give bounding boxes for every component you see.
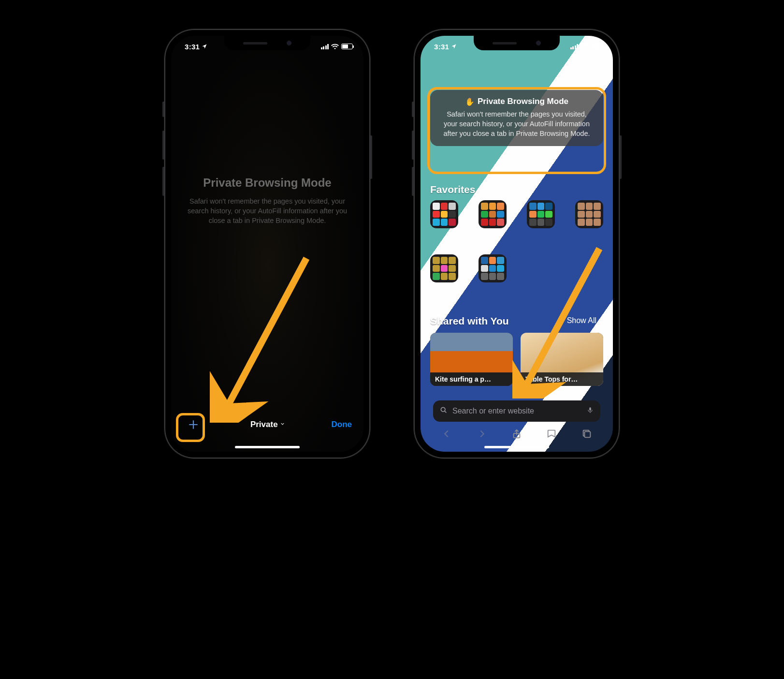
notch — [224, 36, 310, 50]
microphone-icon[interactable] — [587, 406, 594, 416]
favorites-grid — [430, 200, 603, 282]
show-all-button[interactable]: Show All — [567, 316, 603, 325]
back-button[interactable] — [437, 424, 456, 443]
shared-item[interactable]: Table Tops for… — [521, 333, 603, 386]
svg-rect-5 — [584, 431, 590, 437]
tab-switcher-toolbar: Private Done — [171, 408, 363, 452]
chevron-down-icon — [280, 421, 285, 428]
battery-icon — [591, 44, 602, 49]
favorites-folder[interactable] — [479, 200, 507, 228]
shared-with-you-heading: Shared with You — [430, 315, 509, 327]
shared-with-you-row: Kite surfing a p… Table Tops for… — [430, 333, 603, 386]
location-icon — [202, 43, 207, 51]
screen: 3:31 ✋ Private Browsing Mode Safari won'… — [421, 36, 613, 452]
favorites-folder[interactable] — [527, 200, 555, 228]
tabs-button[interactable] — [577, 424, 596, 443]
svg-point-2 — [441, 407, 445, 412]
svg-rect-3 — [589, 407, 591, 411]
tab-group-label: Private — [250, 420, 278, 429]
pbm-description: Safari won't remember the pages you visi… — [187, 196, 348, 225]
search-icon — [440, 406, 448, 416]
favorites-folder[interactable] — [430, 254, 458, 282]
favorites-folder[interactable] — [479, 254, 507, 282]
dim-overlay — [171, 36, 363, 452]
favorites-folder[interactable] — [430, 200, 458, 228]
bookmarks-button[interactable] — [542, 424, 561, 443]
shared-item[interactable]: Kite surfing a p… — [430, 333, 513, 386]
screen: 3:31 Private Browsing Mode Safari won't … — [171, 36, 363, 452]
cellular-icon — [570, 44, 579, 49]
tab-group-selector[interactable]: Private — [250, 420, 285, 429]
cellular-icon — [321, 44, 329, 49]
address-bar[interactable]: Search or enter website — [433, 400, 600, 422]
shared-caption: Table Tops for… — [521, 372, 603, 386]
location-icon — [451, 43, 457, 51]
safari-toolbar — [421, 423, 613, 445]
status-time: 3:31 — [185, 43, 200, 51]
share-button[interactable] — [507, 424, 526, 443]
address-bar-placeholder: Search or enter website — [452, 407, 582, 415]
iphone-mockup-right: 3:31 ✋ Private Browsing Mode Safari won'… — [414, 29, 620, 458]
new-tab-button[interactable] — [181, 412, 206, 437]
iphone-mockup-left: 3:31 Private Browsing Mode Safari won't … — [164, 29, 370, 458]
done-button[interactable]: Done — [329, 416, 354, 433]
status-time: 3:31 — [434, 43, 449, 51]
show-all-label: Show All — [567, 316, 596, 325]
wifi-icon — [581, 43, 588, 51]
home-indicator[interactable] — [484, 446, 549, 448]
highlight-box — [427, 87, 606, 174]
pbm-title: Private Browsing Mode — [187, 176, 348, 190]
private-browsing-message: Private Browsing Mode Safari won't remem… — [171, 176, 363, 225]
favorites-folder[interactable] — [575, 200, 603, 228]
shared-caption: Kite surfing a p… — [430, 372, 513, 386]
home-indicator[interactable] — [235, 446, 300, 448]
notch — [474, 36, 560, 50]
battery-icon — [341, 44, 353, 49]
chevron-right-icon — [598, 316, 603, 325]
favorites-heading: Favorites — [430, 184, 475, 195]
wifi-icon — [331, 43, 339, 51]
forward-button[interactable] — [472, 424, 492, 443]
